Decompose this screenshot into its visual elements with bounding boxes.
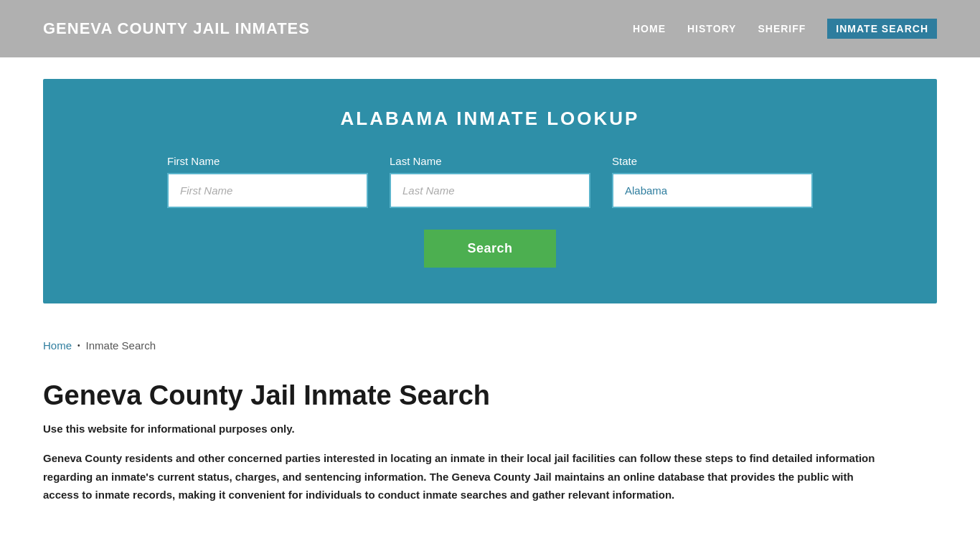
- breadcrumb-separator: •: [77, 342, 80, 349]
- search-panel-title: ALABAMA INMATE LOOKUP: [86, 108, 894, 130]
- search-fields: First Name Last Name State: [86, 155, 894, 208]
- breadcrumb: Home • Inmate Search: [0, 325, 980, 366]
- last-name-label: Last Name: [390, 155, 590, 167]
- state-label: State: [612, 155, 813, 167]
- first-name-label: First Name: [167, 155, 368, 167]
- last-name-group: Last Name: [390, 155, 590, 208]
- site-title: GENEVA COUNTY JAIL INMATES: [43, 19, 310, 38]
- state-group: State: [612, 155, 813, 208]
- main-nav: HOME HISTORY SHERIFF INMATE SEARCH: [633, 19, 937, 39]
- disclaimer-text: Use this website for informational purpo…: [43, 423, 937, 435]
- page-title: Geneva County Jail Inmate Search: [43, 380, 937, 411]
- first-name-group: First Name: [167, 155, 368, 208]
- nav-history[interactable]: HISTORY: [687, 23, 736, 34]
- description-text: Geneva County residents and other concer…: [43, 449, 890, 504]
- search-panel: ALABAMA INMATE LOOKUP First Name Last Na…: [43, 79, 937, 303]
- last-name-input[interactable]: [390, 173, 590, 208]
- main-content: Geneva County Jail Inmate Search Use thi…: [0, 366, 980, 533]
- nav-home[interactable]: HOME: [633, 23, 666, 34]
- breadcrumb-current: Inmate Search: [86, 339, 156, 352]
- breadcrumb-home-link[interactable]: Home: [43, 339, 72, 352]
- nav-sheriff[interactable]: SHERIFF: [758, 23, 806, 34]
- nav-inmate-search[interactable]: INMATE SEARCH: [827, 19, 937, 39]
- site-header: GENEVA COUNTY JAIL INMATES HOME HISTORY …: [0, 0, 980, 57]
- search-button[interactable]: Search: [424, 230, 555, 268]
- state-input[interactable]: [612, 173, 813, 208]
- first-name-input[interactable]: [167, 173, 368, 208]
- search-button-wrap: Search: [86, 230, 894, 268]
